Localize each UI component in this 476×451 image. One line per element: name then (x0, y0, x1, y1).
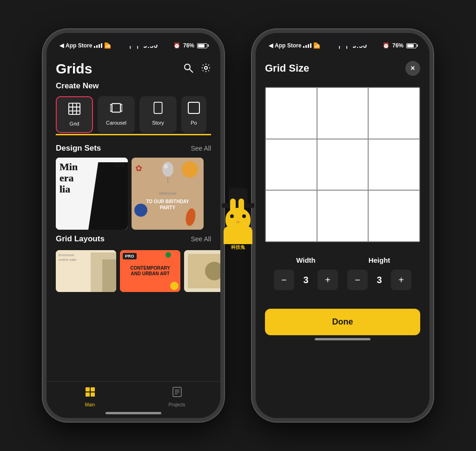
main-nav-label: Main (85, 402, 95, 407)
back-arrow: ◀ (60, 42, 64, 49)
layout-card-2-content: PRO CONTEMPORARYAND URBAN ART (120, 250, 180, 292)
alarm-icon-right: ⏰ (383, 42, 390, 49)
squiggle-red: ✿ (135, 163, 142, 173)
grid-label: Grid (70, 121, 79, 126)
grid-layouts-see-all[interactable]: See All (191, 235, 211, 243)
post-label: Po (191, 120, 197, 126)
status-bar-right: ◀ App Store 📶 下午 9:50 ⏰ 76% (256, 33, 430, 53)
carousel-label: Carousel (106, 120, 126, 126)
signal-bar-2 (96, 45, 98, 48)
grid-size-header: Grid Size × (256, 53, 430, 82)
layout-card-3-content (184, 250, 220, 292)
home-indicator-right (315, 338, 370, 340)
width-plus-icon: + (325, 275, 331, 285)
grid-cell-2-1 (265, 139, 317, 191)
search-icon[interactable] (183, 63, 193, 75)
svg-rect-12 (188, 102, 199, 113)
layout-3-circle (205, 262, 220, 280)
grid-cell-1-3 (368, 87, 420, 139)
carrier-left: App Store (66, 42, 92, 49)
design-sets-see-all[interactable]: See All (191, 145, 211, 152)
grid-cell-2-3 (368, 139, 420, 191)
circle-orange (182, 161, 198, 178)
svg-rect-19 (91, 392, 95, 397)
grid-size-title: Grid Size (265, 62, 309, 74)
time-right: 下午 9:50 (336, 41, 367, 50)
nose (236, 221, 240, 223)
svg-rect-11 (154, 102, 162, 113)
battery-pct-left: 76% (183, 42, 194, 49)
height-label: Height (369, 256, 390, 264)
grid-icon (68, 103, 80, 118)
height-value: 3 (368, 275, 391, 285)
width-minus-btn[interactable]: − (274, 270, 294, 290)
left-phone: ◀ App Store 📶 下午 9:50 ⏰ 76% (43, 29, 224, 422)
design-card-birthday[interactable]: ✿ Welcome (132, 158, 204, 230)
carrier-right: App Store (275, 42, 301, 49)
svg-point-13 (162, 162, 173, 177)
rabbit-body (224, 226, 252, 244)
layout-img-dark (102, 259, 116, 292)
grid-cell-3-2 (317, 190, 369, 242)
screen-content-right: Grid Size × (256, 53, 430, 418)
status-right-right: ⏰ 76% (383, 42, 416, 49)
layout-exclusive-text: Exclusiveonline sale (59, 253, 76, 263)
nav-item-projects[interactable]: Projects (133, 386, 220, 407)
status-right-left: ⏰ 76% (173, 42, 207, 49)
grid-layouts-header: Grid Layouts See All (46, 230, 220, 248)
signal-bar-1 (94, 46, 95, 48)
template-btn-carousel[interactable]: Carousel (98, 96, 135, 133)
grids-icons (183, 63, 211, 75)
signal-bar-r2 (305, 45, 307, 48)
svg-rect-10 (120, 105, 122, 112)
layout-3-inner (188, 254, 220, 288)
create-new-label: Create New (56, 81, 211, 91)
right-phone-screen: ◀ App Store 📶 下午 9:50 ⏰ 76% (256, 33, 430, 418)
layout-card-2[interactable]: PRO CONTEMPORARYAND URBAN ART (120, 250, 180, 292)
grids-title: Grids (56, 61, 92, 77)
bday-welcome: Welcome (146, 191, 189, 196)
svg-rect-8 (112, 104, 121, 113)
grid-layouts-row: Exclusiveonline sale PRO CONTEMPORARYAND… (46, 250, 220, 292)
hat-brim (222, 203, 254, 208)
circle-blue (134, 204, 147, 217)
projects-nav-label: Projects (168, 402, 185, 407)
layout-card-1-content: Exclusiveonline sale (56, 250, 116, 292)
urban-text: CONTEMPORARYAND URBAN ART (126, 265, 174, 277)
bottom-nav: Main Projects (46, 381, 220, 409)
template-btn-post[interactable]: Po (181, 96, 206, 133)
width-plus-btn[interactable]: + (317, 270, 338, 290)
circle-green (165, 252, 171, 258)
ellipse-orange (185, 208, 197, 227)
create-new-section: Create New (46, 81, 220, 139)
grid-preview (265, 87, 420, 242)
height-minus-btn[interactable]: − (347, 270, 368, 290)
svg-point-2 (205, 66, 207, 69)
battery-icon-right (406, 43, 416, 48)
design-card-mineralia[interactable]: Mineralia 020 Mineralia 020 (56, 158, 128, 230)
mascot: 科技兔 (217, 188, 259, 244)
close-button[interactable]: × (405, 61, 420, 76)
grid-cell-3-3 (368, 190, 420, 242)
layout-card-3[interactable] (184, 250, 220, 292)
svg-rect-18 (86, 392, 90, 397)
height-plus-btn[interactable]: + (391, 270, 411, 290)
mineralia-020-front: 020 (114, 161, 124, 168)
template-btn-story[interactable]: Story (139, 96, 177, 133)
grid-cell-1-1 (265, 87, 317, 139)
status-left-right: ◀ App Store 📶 (269, 42, 320, 49)
grid-layouts-label: Grid Layouts (56, 234, 105, 244)
home-indicator-left (106, 412, 161, 414)
done-button[interactable]: Done (265, 309, 420, 335)
template-buttons: Grid Carousel (56, 96, 211, 133)
svg-point-0 (185, 64, 190, 70)
nav-item-main[interactable]: Main (46, 386, 133, 407)
height-plus-icon: + (398, 275, 404, 285)
width-minus-icon: − (281, 275, 287, 285)
layout-card-1[interactable]: Exclusiveonline sale (56, 250, 116, 292)
template-btn-grid[interactable]: Grid (56, 96, 93, 133)
svg-point-14 (164, 164, 168, 169)
settings-icon[interactable] (201, 63, 211, 75)
alarm-icon-left: ⏰ (173, 42, 180, 49)
width-value: 3 (294, 275, 317, 285)
